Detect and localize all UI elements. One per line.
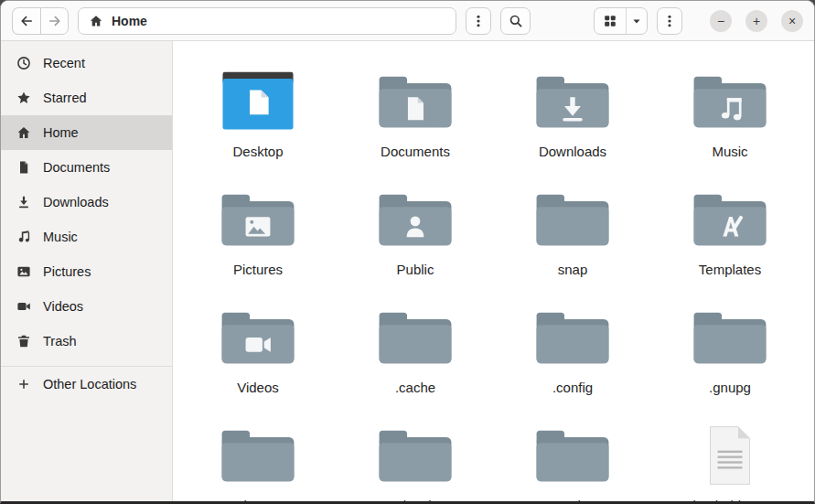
grid-view-button[interactable] (595, 8, 627, 34)
file-name-label: Templates (699, 262, 761, 277)
file-item-pictures[interactable]: Pictures (179, 179, 337, 297)
music-icon (16, 230, 31, 244)
sidebar-item-recent[interactable]: Recent (1, 46, 172, 80)
clock-icon (16, 56, 31, 70)
view-toggle-button (594, 7, 648, 35)
folder-templates-icon (691, 179, 769, 260)
file-name-label: Videos (237, 380, 279, 395)
file-item-gnupg[interactable]: .gnupg (651, 297, 809, 415)
file-name-label: .local (399, 498, 431, 501)
sidebar-item-home[interactable]: Home (1, 115, 172, 150)
folder-documents-icon (376, 61, 455, 142)
file-name-label: .ssh (560, 498, 585, 501)
sidebar-item-label: Trash (43, 334, 77, 349)
forward-arrow-icon (48, 14, 62, 28)
folder-icon (533, 297, 612, 378)
text-file-icon (703, 415, 756, 496)
sidebar-item-music[interactable]: Music (1, 220, 172, 254)
file-grid: Desktop Documents Downloads Music Pictur… (173, 41, 814, 501)
folder-icon (533, 179, 612, 260)
search-button[interactable] (500, 7, 531, 35)
folder-icon (376, 415, 455, 496)
grid-view-icon (603, 14, 617, 28)
kebab-menu-icon (662, 14, 677, 28)
sidebar-item-label: Documents (43, 160, 110, 175)
desktop-icon (219, 61, 297, 142)
sidebar-item-pictures[interactable]: Pictures (1, 254, 172, 289)
view-options-button[interactable] (627, 8, 647, 34)
sidebar-item-documents[interactable]: Documents (1, 150, 172, 185)
close-button[interactable]: × (781, 10, 803, 32)
file-name-label: Public (397, 262, 434, 277)
folder-public-icon (376, 179, 455, 260)
sidebar-item-label: Starred (43, 91, 87, 105)
forward-button[interactable] (40, 7, 69, 35)
folder-icon (533, 415, 612, 496)
main-menu-button[interactable] (657, 7, 682, 35)
sidebar-item-starred[interactable]: Starred (1, 80, 172, 115)
home-icon (89, 14, 103, 28)
file-item-templates[interactable]: Templates (651, 179, 809, 297)
file-item-documents[interactable]: Documents (337, 61, 494, 179)
folder-icon (376, 297, 455, 378)
file-item-videos[interactable]: Videos (179, 297, 337, 415)
sidebar-item-label: Other Locations (43, 377, 136, 391)
minimize-button[interactable]: − (710, 10, 732, 32)
file-name-label: Downloads (539, 144, 606, 159)
sidebar-item-label: Music (43, 230, 78, 244)
current-location-label: Home (112, 14, 147, 28)
folder-downloads-icon (533, 61, 612, 142)
document-icon (16, 160, 31, 175)
sidebar: Recent Starred Home Documents Downloads … (1, 41, 173, 501)
file-item-music[interactable]: Music (651, 61, 809, 179)
back-arrow-icon (19, 14, 34, 28)
file-item-bash-history[interactable]: .bash_history (651, 415, 809, 501)
sidebar-item-label: Pictures (43, 264, 91, 279)
file-item-public[interactable]: Public (337, 179, 494, 297)
home-icon (16, 125, 31, 140)
file-name-label: .gnupg (709, 380, 751, 395)
folder-pictures-icon (219, 179, 297, 260)
nav-buttons (12, 7, 69, 35)
headerbar: Home − + × (1, 1, 814, 41)
location-menu-button[interactable] (466, 7, 491, 35)
sidebar-item-label: Recent (43, 56, 85, 70)
file-item-icons[interactable]: .icons (179, 415, 337, 501)
file-name-label: .config (552, 380, 593, 395)
file-name-label: .icons (240, 498, 275, 501)
window-controls: − + × (710, 10, 803, 32)
image-icon (16, 264, 31, 279)
kebab-menu-icon (471, 14, 486, 28)
folder-music-icon (691, 61, 769, 142)
folder-icon (219, 415, 297, 496)
folder-videos-icon (219, 297, 297, 378)
sidebar-item-trash[interactable]: Trash (1, 324, 172, 359)
star-icon (16, 91, 31, 105)
file-name-label: Desktop (232, 144, 283, 159)
video-icon (16, 299, 31, 314)
path-bar[interactable]: Home (78, 7, 456, 35)
sidebar-item-downloads[interactable]: Downloads (1, 185, 172, 220)
file-manager-window: Home − + × Recent Starred Home Documents (0, 0, 815, 504)
chevron-down-icon (629, 14, 644, 28)
file-name-label: Music (712, 144, 747, 159)
file-name-label: .cache (395, 380, 435, 395)
file-item-cache[interactable]: .cache (337, 297, 494, 415)
file-name-label: snap (558, 262, 588, 277)
file-item-local[interactable]: .local (337, 415, 494, 501)
plus-icon (16, 377, 31, 391)
sidebar-item-other-locations[interactable]: Other Locations (1, 367, 172, 402)
sidebar-item-label: Videos (43, 299, 83, 314)
file-item-config[interactable]: .config (494, 297, 651, 415)
file-item-desktop[interactable]: Desktop (179, 61, 337, 179)
search-icon (509, 14, 523, 28)
file-item-snap[interactable]: snap (494, 179, 651, 297)
file-item-ssh[interactable]: .ssh (494, 415, 651, 501)
back-button[interactable] (12, 7, 40, 35)
maximize-button[interactable]: + (745, 10, 767, 32)
sidebar-item-videos[interactable]: Videos (1, 289, 172, 324)
file-name-label: Pictures (233, 262, 283, 277)
file-item-downloads[interactable]: Downloads (494, 61, 651, 179)
file-name-label: Documents (381, 144, 450, 159)
file-view: Desktop Documents Downloads Music Pictur… (173, 41, 814, 501)
